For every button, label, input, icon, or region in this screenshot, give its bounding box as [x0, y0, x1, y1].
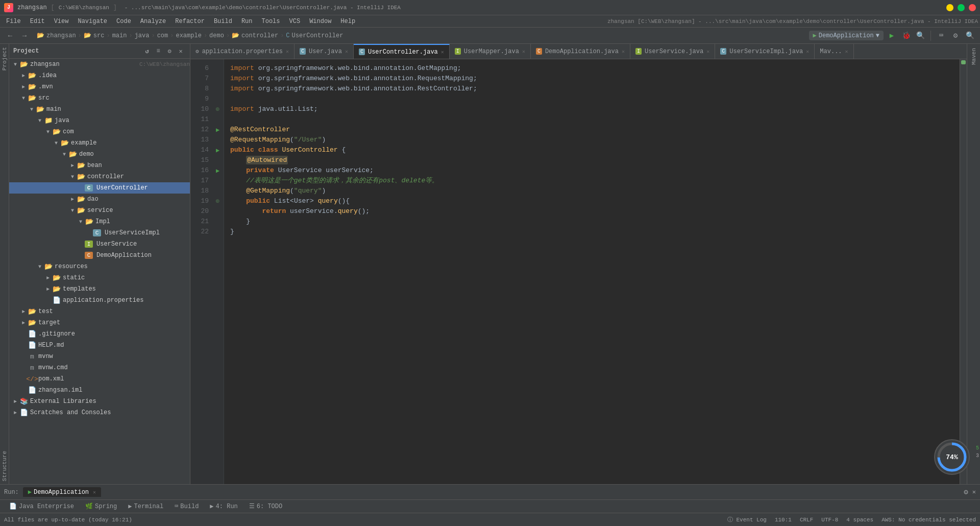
- tree-item-main[interactable]: ▼ 📂 main: [9, 104, 190, 115]
- tree-label-static[interactable]: static: [63, 274, 190, 281]
- coverage-button[interactable]: 🔍: [914, 30, 926, 42]
- tree-arrow-zhangsan[interactable]: ▼: [11, 60, 19, 68]
- menu-vcs[interactable]: VCS: [285, 17, 305, 26]
- tree-arrow-scratches[interactable]: ►: [11, 409, 19, 417]
- tree-arrow-com[interactable]: ▼: [44, 128, 52, 136]
- tree-label-gitignore[interactable]: .gitignore: [38, 330, 190, 338]
- tree-label-service[interactable]: service: [87, 207, 190, 214]
- run-config-selector[interactable]: ▶ DemoApplication ▼: [809, 31, 884, 40]
- tree-arrow-test[interactable]: ►: [19, 307, 28, 316]
- settings-button[interactable]: ⚙: [949, 30, 962, 42]
- tree-label-main[interactable]: main: [46, 106, 190, 113]
- debug-button[interactable]: 🐞: [900, 30, 912, 42]
- menu-file[interactable]: File: [2, 17, 25, 26]
- status-indent[interactable]: 4 spaces: [846, 517, 873, 523]
- tree-label-zhangsan-iml[interactable]: zhangsan.iml: [38, 387, 190, 394]
- menu-refactor[interactable]: Refactor: [171, 17, 209, 26]
- close-button[interactable]: [969, 4, 976, 11]
- bottom-tab-run[interactable]: ▶ 4: Run: [205, 500, 242, 512]
- tab-close-userserviceimpl[interactable]: ✕: [806, 49, 809, 55]
- tree-label-demo[interactable]: demo: [79, 151, 190, 158]
- right-tool-maven[interactable]: Maven: [969, 44, 979, 69]
- breadcrumb-main[interactable]: main: [112, 32, 127, 39]
- run-tab-close[interactable]: ✕: [93, 489, 96, 495]
- tab-close-userservice[interactable]: ✕: [706, 49, 709, 55]
- tree-arrow-impl[interactable]: ▼: [77, 218, 85, 226]
- tree-label-mvn[interactable]: .mvn: [38, 83, 190, 90]
- gutter-10[interactable]: ⊕: [216, 104, 220, 114]
- tree-label-dao[interactable]: dao: [87, 196, 190, 203]
- bottom-tab-todo[interactable]: ☰ 6: TODO: [244, 500, 287, 512]
- tree-label-userservice[interactable]: UserService: [96, 241, 190, 248]
- build-button[interactable]: ⌨: [935, 30, 947, 42]
- gutter-14[interactable]: ▶: [216, 145, 219, 155]
- status-encoding[interactable]: UTF-8: [821, 517, 838, 523]
- tab-usermapper[interactable]: I UserMapper.java ✕: [450, 44, 531, 59]
- tree-arrow-templates[interactable]: ►: [44, 285, 52, 293]
- tab-close-user[interactable]: ✕: [345, 49, 348, 55]
- breadcrumb-usercontroller[interactable]: UserController: [292, 32, 344, 39]
- tab-close-maven[interactable]: ✕: [845, 49, 848, 55]
- breadcrumb-example[interactable]: example: [176, 32, 201, 39]
- tree-item-zhangsan[interactable]: ▼ 📂 zhangsan C:\WEB\zhangsan: [9, 59, 190, 70]
- left-tool-project[interactable]: Project: [1, 44, 9, 74]
- tree-item-idea[interactable]: ► 📂 .idea: [9, 70, 190, 81]
- tree-arrow-demo[interactable]: ▼: [60, 150, 68, 158]
- tree-arrow-idea[interactable]: ►: [19, 71, 28, 80]
- menu-help[interactable]: Help: [336, 17, 359, 26]
- tab-close-appprops[interactable]: ✕: [286, 49, 289, 55]
- tree-arrow-main[interactable]: ▼: [28, 105, 36, 113]
- tree-item-src[interactable]: ▼ 📂 src: [9, 92, 190, 104]
- tree-label-scratches[interactable]: Scratches and Consoles: [30, 409, 190, 416]
- tree-item-userserviceimpl[interactable]: C UserServiceImpl: [9, 227, 190, 238]
- tree-item-impl[interactable]: ▼ 📂 Impl: [9, 216, 190, 227]
- tree-label-idea[interactable]: .idea: [38, 72, 190, 79]
- tree-arrow-mvn[interactable]: ►: [19, 83, 28, 91]
- tree-item-java[interactable]: ▼ 📁 java: [9, 115, 190, 126]
- menu-edit[interactable]: Edit: [26, 17, 49, 26]
- tab-close-usermapper[interactable]: ✕: [522, 49, 525, 55]
- breadcrumb-controller[interactable]: 📂: [232, 32, 239, 39]
- tab-usercontroller[interactable]: C UserController.java ✕: [354, 44, 450, 59]
- tab-close-demoapplication[interactable]: ✕: [622, 49, 625, 55]
- tree-item-appprops[interactable]: 📄 application.properties: [9, 295, 190, 306]
- run-button[interactable]: ▶: [886, 30, 898, 42]
- tree-item-help[interactable]: 📄 HELP.md: [9, 340, 190, 351]
- tree-item-zhangsan-iml[interactable]: 📄 zhangsan.iml: [9, 385, 190, 396]
- tree-item-example[interactable]: ▼ 📂 example: [9, 137, 190, 149]
- tree-arrow-java[interactable]: ▼: [36, 116, 44, 125]
- tree-arrow-dao[interactable]: ►: [68, 195, 77, 203]
- tree-label-mvnw[interactable]: mvnw: [38, 353, 190, 360]
- tree-arrow-target[interactable]: ►: [19, 319, 28, 327]
- run-tab-demoapplication[interactable]: ▶ DemoApplication ✕: [23, 487, 101, 497]
- code-editor[interactable]: import org.springframework.web.bind.anno…: [224, 59, 960, 484]
- forward-button[interactable]: →: [18, 30, 31, 42]
- tab-maven[interactable]: Mav... ✕: [815, 44, 853, 59]
- breadcrumb-com[interactable]: com: [157, 32, 168, 39]
- tree-label-usercontroller[interactable]: UserController: [96, 184, 190, 192]
- tab-demoapplication[interactable]: C DemoApplication.java ✕: [531, 44, 630, 59]
- tree-label-impl[interactable]: Impl: [95, 218, 190, 225]
- menu-code[interactable]: Code: [112, 17, 135, 26]
- tree-item-static[interactable]: ► 📂 static: [9, 272, 190, 283]
- tree-label-appprops[interactable]: application.properties: [63, 297, 190, 304]
- breadcrumb-java[interactable]: java: [135, 32, 150, 39]
- tree-item-pom[interactable]: </> pom.xml: [9, 373, 190, 385]
- tree-label-bean[interactable]: bean: [87, 162, 190, 169]
- menu-tools[interactable]: Tools: [258, 17, 284, 26]
- tree-arrow-service[interactable]: ▼: [68, 206, 77, 214]
- menu-navigate[interactable]: Navigate: [74, 17, 111, 26]
- gutter-19[interactable]: ⊕: [216, 196, 220, 206]
- menu-view[interactable]: View: [50, 17, 73, 26]
- tree-label-demoapplication[interactable]: DemoApplication: [96, 252, 190, 259]
- tab-user[interactable]: C User.java ✕: [295, 44, 354, 59]
- tree-arrow-static[interactable]: ►: [44, 274, 52, 282]
- gutter-16[interactable]: ▶: [216, 165, 219, 176]
- menu-analyze[interactable]: Analyze: [136, 17, 170, 26]
- tree-label-zhangsan[interactable]: zhangsan: [30, 61, 137, 68]
- tree-arrow-bean[interactable]: ►: [68, 161, 77, 170]
- tree-item-com[interactable]: ▼ 📂 com: [9, 126, 190, 137]
- run-close-btn[interactable]: ✕: [972, 488, 976, 496]
- tree-label-ext-libs[interactable]: External Libraries: [30, 398, 190, 405]
- tree-label-com[interactable]: com: [63, 128, 190, 135]
